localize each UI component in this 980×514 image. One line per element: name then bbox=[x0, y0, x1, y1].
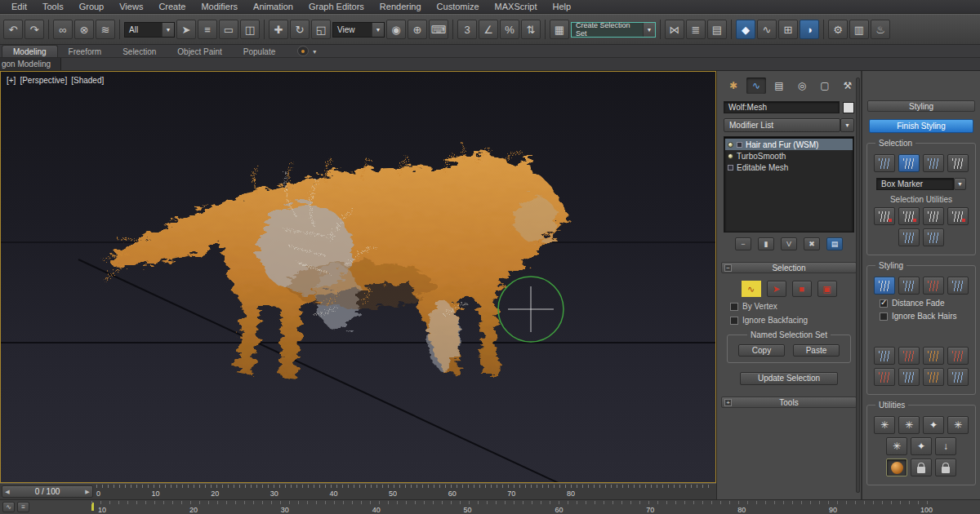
puff-roots-button[interactable] bbox=[898, 228, 920, 246]
chevron-down-icon[interactable]: ▾ bbox=[313, 48, 316, 55]
tools-rollout-header[interactable]: + Tools bbox=[721, 397, 857, 408]
edit-named-sets-button[interactable]: ▦ bbox=[550, 20, 569, 39]
modify-tab-icon[interactable]: ∿ bbox=[746, 78, 766, 94]
reset-rest-button[interactable]: ✦ bbox=[911, 437, 932, 455]
chevron-down-icon[interactable]: ▼ bbox=[372, 23, 384, 37]
display-tab-icon[interactable]: ▢ bbox=[815, 78, 835, 94]
ribbon-tab-selection[interactable]: Selection bbox=[112, 46, 167, 57]
viewport-perspective[interactable]: [+] [Perspective] [Shaded] bbox=[0, 71, 716, 483]
hierarchy-tab-icon[interactable]: ▤ bbox=[769, 78, 789, 94]
unlink-selection-icon[interactable]: ⊗ bbox=[74, 20, 94, 39]
viewport-pov-label[interactable]: [Perspective] bbox=[20, 76, 67, 85]
selection-filter-dropdown[interactable]: All ▼ bbox=[124, 22, 175, 38]
modifier-on-off-bulb-icon[interactable] bbox=[728, 153, 733, 159]
show-end-result-button[interactable]: ▮ bbox=[758, 237, 774, 250]
select-roots-button[interactable]: ▣ bbox=[817, 281, 837, 297]
cut-button[interactable] bbox=[898, 347, 920, 365]
stack-row-turbosmooth[interactable]: TurboSmooth bbox=[725, 150, 853, 162]
toggle-hairs-button[interactable]: ✳ bbox=[898, 416, 920, 434]
menu-customize[interactable]: Customize bbox=[437, 2, 479, 11]
wolf-mesh-object[interactable] bbox=[91, 142, 589, 411]
rect-selection-region-button[interactable]: ▭ bbox=[219, 20, 238, 39]
track-bar-ruler[interactable]: 10 20 30 40 50 60 70 80 90 100 bbox=[91, 500, 933, 514]
recomb-button[interactable] bbox=[947, 347, 969, 365]
create-tab-icon[interactable]: ✱ bbox=[724, 78, 743, 94]
menu-graph-editors[interactable]: Graph Editors bbox=[309, 2, 364, 11]
polygon-modeling-panel-tab[interactable]: gon Modeling bbox=[0, 58, 61, 70]
modifier-on-off-bulb-icon[interactable] bbox=[728, 142, 733, 148]
ignore-backfacing-checkbox[interactable] bbox=[730, 317, 738, 325]
select-hair-by-root-button[interactable] bbox=[923, 154, 944, 172]
select-tips-button[interactable]: ➤ bbox=[767, 281, 786, 297]
select-scale-button[interactable]: ◱ bbox=[311, 20, 331, 39]
angle-snap-button[interactable]: ∠ bbox=[479, 20, 498, 39]
chevron-down-icon[interactable]: ▼ bbox=[162, 23, 174, 37]
layer-manager-button[interactable]: ▤ bbox=[707, 20, 727, 39]
bind-spacewarp-icon[interactable]: ≋ bbox=[96, 20, 115, 39]
paste-button[interactable]: Paste bbox=[793, 344, 840, 357]
distance-fade-checkbox[interactable] bbox=[880, 299, 888, 308]
menu-group[interactable]: Group bbox=[79, 2, 105, 11]
time-slider-handle[interactable]: ◀ 0 / 100 ▶ bbox=[2, 485, 93, 498]
stand-selection-button[interactable] bbox=[947, 207, 969, 225]
menu-create[interactable]: Create bbox=[158, 2, 185, 11]
modifier-list-dropdown[interactable]: Modifier List ▼ bbox=[724, 118, 854, 132]
rotate-selection-button[interactable] bbox=[874, 207, 895, 225]
select-manipulate-button[interactable]: ⊕ bbox=[408, 20, 427, 39]
attenuate-sphere-button[interactable] bbox=[886, 459, 907, 476]
menu-help[interactable]: Help bbox=[553, 2, 572, 11]
keyboard-override-button[interactable]: ⌨ bbox=[429, 20, 448, 39]
soften-button[interactable] bbox=[947, 368, 969, 386]
select-move-button[interactable]: ✚ bbox=[269, 20, 288, 39]
toggle-ribbon-button[interactable]: ◆ bbox=[736, 20, 755, 39]
viewport-shading-label[interactable]: [Shaded] bbox=[71, 76, 104, 85]
ribbon-display-toggle-icon[interactable] bbox=[297, 46, 309, 56]
timeline-ruler[interactable]: 0 10 20 30 40 50 60 70 80 bbox=[96, 484, 714, 500]
attenuate-button[interactable] bbox=[947, 277, 969, 295]
select-by-name-button[interactable]: ≡ bbox=[198, 20, 217, 39]
make-unique-button[interactable]: V bbox=[781, 237, 797, 250]
toggle-collisions-button[interactable]: ✳ bbox=[874, 416, 895, 434]
menu-rendering[interactable]: Rendering bbox=[380, 2, 421, 11]
unlock-hairs-icon[interactable] bbox=[935, 459, 956, 476]
hair-brush-button[interactable] bbox=[874, 277, 895, 295]
mini-curve-editor-button[interactable]: ∿ bbox=[2, 502, 15, 512]
menu-maxscript[interactable]: MAXScript bbox=[495, 2, 537, 11]
update-selection-button[interactable]: Update Selection bbox=[740, 372, 838, 385]
align-button[interactable]: ≣ bbox=[686, 20, 706, 39]
chevron-down-icon[interactable]: ▼ bbox=[840, 118, 854, 132]
select-hair-by-tip-button[interactable] bbox=[874, 154, 895, 172]
render-setup-button[interactable]: ⚙ bbox=[828, 20, 848, 39]
object-name-field[interactable]: Wolf:Mesh bbox=[724, 101, 840, 113]
collapse-icon[interactable]: − bbox=[724, 264, 732, 272]
frizz-button[interactable] bbox=[923, 368, 944, 386]
reference-coordinate-dropdown[interactable]: View ▼ bbox=[332, 22, 385, 38]
scale-selection-button[interactable] bbox=[923, 207, 944, 225]
lock-hairs-icon[interactable] bbox=[911, 459, 932, 476]
stack-row-hair-and-fur[interactable]: Hair and Fur (WSM) bbox=[725, 139, 853, 150]
finish-styling-button[interactable]: Finish Styling bbox=[869, 119, 973, 133]
ignore-back-hairs-checkbox[interactable] bbox=[880, 312, 888, 321]
ribbon-tab-modeling[interactable]: Modeling bbox=[2, 45, 58, 57]
marker-mode-dropdown[interactable]: Box Marker ▼ bbox=[876, 178, 966, 190]
mirror-button[interactable]: ⋈ bbox=[665, 20, 684, 39]
select-brush-button[interactable] bbox=[923, 277, 944, 295]
select-rotate-button[interactable]: ↻ bbox=[290, 20, 310, 39]
by-vertex-checkbox[interactable] bbox=[730, 303, 738, 311]
rendered-frame-button[interactable]: ▥ bbox=[849, 20, 869, 39]
selection-rollout-header[interactable]: − Selection bbox=[721, 262, 857, 273]
configure-modifier-sets-button[interactable]: ▤ bbox=[826, 237, 843, 250]
motion-tab-icon[interactable]: ◎ bbox=[792, 78, 812, 94]
spinner-snap-button[interactable]: ⇅ bbox=[521, 20, 541, 39]
snaps-toggle-button[interactable]: 3 bbox=[457, 20, 477, 39]
recomb-from-splines-button[interactable]: ✳ bbox=[886, 437, 907, 455]
select-object-button[interactable]: ➤ bbox=[176, 20, 196, 39]
object-color-swatch[interactable] bbox=[843, 102, 854, 113]
menu-views[interactable]: Views bbox=[119, 2, 143, 11]
next-frame-icon[interactable]: ▶ bbox=[82, 489, 92, 495]
ribbon-tab-freeform[interactable]: Freeform bbox=[58, 46, 113, 57]
translate-selection-button[interactable] bbox=[898, 207, 920, 225]
material-editor-button[interactable]: ◑ bbox=[800, 20, 819, 39]
comb-button[interactable] bbox=[874, 347, 895, 365]
schematic-view-button[interactable]: ⊞ bbox=[778, 20, 798, 39]
